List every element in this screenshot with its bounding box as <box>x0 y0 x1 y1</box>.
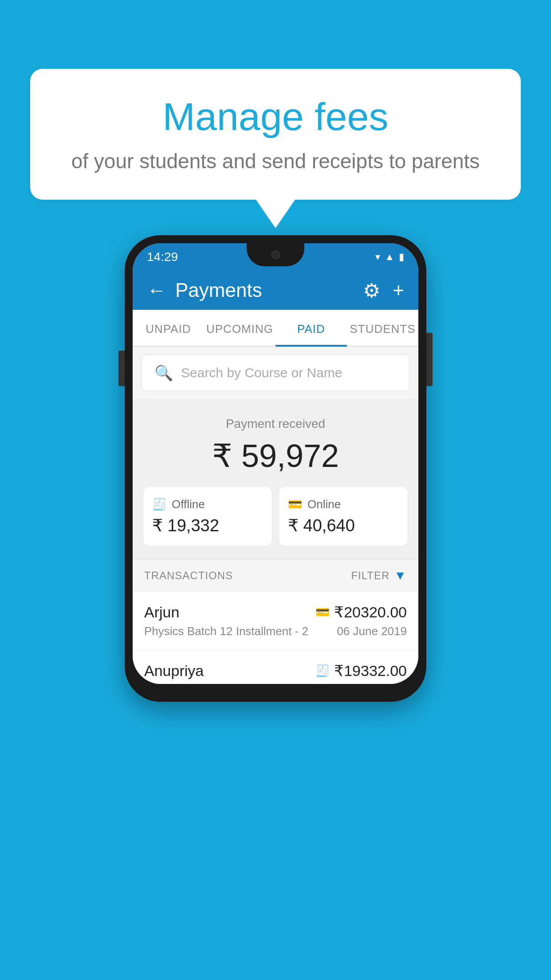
transaction-online-icon-1: 💳 <box>315 605 330 619</box>
transaction-name-2: Anupriya <box>144 662 204 680</box>
tab-students[interactable]: STUDENTS <box>347 310 418 346</box>
tab-unpaid[interactable]: UNPAID <box>133 310 204 346</box>
transaction-amount-1: ₹20320.00 <box>334 603 407 621</box>
transaction-offline-icon-2: 🧾 <box>315 664 330 678</box>
filter-icon: ▼ <box>394 569 407 583</box>
online-amount: ₹ 40,640 <box>288 516 399 535</box>
camera <box>271 250 280 259</box>
back-button[interactable]: ← <box>147 279 166 301</box>
header-actions: ⚙ + <box>363 279 404 302</box>
notch <box>247 243 304 266</box>
payment-received-label: Payment received <box>142 417 409 431</box>
tab-upcoming[interactable]: UPCOMING <box>204 310 276 346</box>
transaction-row-partial[interactable]: Anupriya 🧾 ₹19332.00 <box>133 650 418 684</box>
status-icons: ▾ ▲ ▮ <box>375 251 404 263</box>
settings-icon[interactable]: ⚙ <box>363 279 380 302</box>
search-bar[interactable]: 🔍 Search by Course or Name <box>142 355 409 391</box>
bubble-pointer <box>256 200 295 228</box>
phone-device: 14:29 ▾ ▲ ▮ ← Payments ⚙ <box>125 235 426 702</box>
offline-card: 🧾 Offline ₹ 19,332 <box>143 487 272 546</box>
payment-total-amount: ₹ 59,972 <box>142 437 409 474</box>
phone-outer: 14:29 ▾ ▲ ▮ ← Payments ⚙ <box>125 235 426 702</box>
bubble-title: Manage fees <box>66 95 485 138</box>
tabs-bar: UNPAID UPCOMING PAID STUDENTS <box>133 310 418 347</box>
transaction-date-1: 06 June 2019 <box>337 624 407 638</box>
status-bar: 14:29 ▾ ▲ ▮ <box>133 243 418 271</box>
transaction-name-1: Arjun <box>144 604 179 621</box>
payment-cards: 🧾 Offline ₹ 19,332 💳 Online ₹ 40,640 <box>142 487 409 546</box>
transaction-amount-2: ₹19332.00 <box>334 662 407 680</box>
transaction-amount-wrapper-2: 🧾 ₹19332.00 <box>315 662 407 680</box>
transactions-label: TRANSACTIONS <box>144 569 233 582</box>
tab-paid[interactable]: PAID <box>276 310 347 346</box>
online-label: Online <box>307 498 341 511</box>
phone-screen: 14:29 ▾ ▲ ▮ ← Payments ⚙ <box>133 243 418 684</box>
search-input[interactable]: Search by Course or Name <box>181 365 342 380</box>
signal-icon: ▲ <box>385 251 394 263</box>
search-icon: 🔍 <box>154 364 173 382</box>
app-header: ← Payments ⚙ + <box>133 271 418 310</box>
payment-summary: Payment received ₹ 59,972 🧾 Offline ₹ 19… <box>133 399 418 559</box>
transactions-header: TRANSACTIONS FILTER ▼ <box>133 559 418 592</box>
wifi-icon: ▾ <box>375 251 380 263</box>
filter-button[interactable]: FILTER ▼ <box>351 569 407 583</box>
offline-amount: ₹ 19,332 <box>152 516 263 535</box>
status-time: 14:29 <box>147 250 178 264</box>
add-icon[interactable]: + <box>393 279 404 301</box>
online-card: 💳 Online ₹ 40,640 <box>279 487 408 546</box>
filter-label: FILTER <box>351 569 390 582</box>
online-icon: 💳 <box>288 498 302 511</box>
transaction-row[interactable]: Arjun 💳 ₹20320.00 Physics Batch 12 Insta… <box>133 592 418 650</box>
offline-icon: 🧾 <box>152 498 166 511</box>
search-section: 🔍 Search by Course or Name <box>133 347 418 399</box>
transaction-course-1: Physics Batch 12 Installment - 2 <box>144 624 308 638</box>
app-title: Payments <box>175 279 354 301</box>
offline-label: Offline <box>172 498 205 511</box>
speech-bubble-section: Manage fees of your students and send re… <box>30 69 521 228</box>
speech-bubble: Manage fees of your students and send re… <box>30 69 521 200</box>
transaction-amount-wrapper-1: 💳 ₹20320.00 <box>315 603 407 621</box>
bubble-subtitle: of your students and send receipts to pa… <box>66 149 485 173</box>
battery-icon: ▮ <box>399 251 404 263</box>
